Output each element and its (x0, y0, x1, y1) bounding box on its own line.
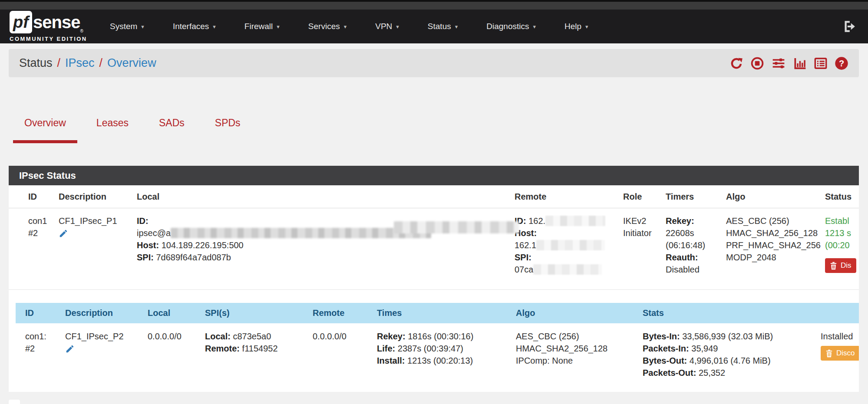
packets-out-label: Packets-Out: (643, 368, 696, 378)
caret-down-icon: ▾ (277, 23, 280, 30)
nav-label: Diagnostics (486, 22, 529, 31)
rekey-label: Rekey: (377, 332, 406, 341)
nav-item-diagnostics[interactable]: Diagnostics ▾ (472, 22, 550, 31)
edit-pencil-icon[interactable] (65, 344, 75, 357)
top-navbar: pf sense ® COMMUNITY EDITION System ▾ In… (0, 0, 868, 43)
column-header-algo: Algo (516, 308, 643, 318)
nav-item-vpn[interactable]: VPN ▾ (361, 22, 413, 31)
redacted-text (171, 228, 431, 238)
sliders-icon[interactable] (771, 56, 786, 70)
sign-out-icon[interactable] (841, 19, 856, 34)
algo-cipher: AES_CBC (256) (726, 215, 818, 227)
breadcrumb-link-overview[interactable]: Overview (107, 56, 156, 70)
cell-id: con1 #2 (28, 215, 59, 280)
tab-spds[interactable]: SPDs (204, 99, 252, 143)
breadcrumb-link-ipsec[interactable]: IPsec (65, 56, 95, 70)
cell-algo: AES_CBC (256) HMAC_SHA2_256_128 PRF_HMAC… (726, 215, 825, 280)
tab-sads[interactable]: SADs (148, 99, 196, 143)
disconnect-label: Dis (841, 261, 851, 270)
cell-status: Installed Disco (821, 330, 859, 381)
local-spi-label: SPI: (137, 253, 154, 262)
logo-sense-text: sense (33, 14, 80, 30)
nav-item-firewall[interactable]: Firewall ▾ (230, 22, 294, 31)
edit-pencil-icon[interactable] (59, 229, 68, 241)
local-host-value: 104.189.226.195:500 (162, 240, 244, 250)
breadcrumb-separator: / (99, 56, 103, 70)
local-spi-value: 7d689f64a7ad087b (156, 253, 231, 262)
algo-prf: PRF_HMAC_SHA2_256 (726, 239, 818, 251)
column-header-timers: Timers (666, 192, 726, 202)
next-panel-edge (9, 400, 20, 404)
caret-down-icon: ▾ (141, 23, 144, 30)
nav-label: Firewall (244, 22, 273, 31)
breadcrumb-actions: ? (729, 56, 848, 70)
status-installed: Installed (821, 330, 859, 342)
role-value: Initiator (623, 227, 659, 239)
cell-times: Rekey: 1816s (00:30:16) Life: 2387s (00:… (377, 330, 516, 381)
bytes-out-label: Bytes-Out: (643, 356, 687, 365)
help-icon[interactable]: ? (835, 56, 848, 70)
spi-remote-label: Remote: (205, 344, 240, 353)
stop-icon[interactable] (750, 56, 764, 70)
install-label: Install: (377, 356, 405, 365)
column-header-local: Local (137, 192, 515, 202)
column-header-local: Local (148, 308, 205, 318)
cell-local: 0.0.0.0/0 (148, 330, 205, 381)
page-content: Status / IPsec / Overview (0, 43, 868, 404)
life-value: 2387s (00:39:47) (398, 344, 463, 353)
cell-status: Establ 1213 s (00:20 Dis (825, 215, 859, 280)
connection-id: con1: (25, 330, 58, 342)
column-header-remote: Remote (313, 308, 377, 318)
reauth-value: Disabled (666, 263, 719, 276)
column-header-spis: SPI(s) (205, 308, 313, 318)
redacted-text (394, 221, 519, 233)
nav-item-status[interactable]: Status ▾ (413, 22, 472, 31)
remote-spi-value: 07ca (515, 265, 533, 274)
column-header-id: ID (28, 192, 59, 202)
disconnect-button[interactable]: Dis (825, 258, 856, 273)
algo-ipcomp: IPComp: None (516, 355, 636, 367)
cell-algo: AES_CBC (256) HMAC_SHA2_256_128 IPComp: … (516, 330, 643, 381)
log-list-icon[interactable] (814, 56, 828, 70)
column-header-algo: Algo (726, 192, 825, 202)
nav-item-help[interactable]: Help ▾ (550, 22, 603, 31)
rekey-time: (06:16:48) (666, 239, 719, 251)
nav-item-services[interactable]: Services ▾ (294, 22, 361, 31)
life-label: Life: (377, 344, 395, 353)
bar-chart-icon[interactable] (793, 56, 807, 70)
rekey-value: 1816s (00:30:16) (408, 332, 473, 341)
tab-overview[interactable]: Overview (13, 99, 77, 143)
nav-label: Help (564, 22, 581, 31)
pfsense-logo[interactable]: pf sense ® COMMUNITY EDITION (10, 11, 87, 42)
description-text: CF1_IPsec_P1 (59, 215, 130, 227)
nav-label: Status (428, 22, 451, 31)
tab-leases[interactable]: Leases (85, 99, 140, 143)
bytes-in-value: 33,586,939 (32.03 MiB) (682, 332, 773, 341)
breadcrumb: Status / IPsec / Overview (9, 49, 859, 77)
algo-hash: HMAC_SHA2_256_128 (726, 227, 818, 239)
cell-description: CF1_IPsec_P2 (65, 330, 148, 381)
role-protocol: IKEv2 (623, 215, 659, 227)
status-uptime-seconds: 1213 s (825, 227, 859, 239)
cell-id: con1: #2 (25, 330, 65, 381)
nav-item-system[interactable]: System ▾ (96, 22, 158, 31)
rekey-label: Rekey: (666, 216, 694, 226)
packets-in-value: 35,949 (691, 344, 718, 353)
local-id-line: ipsec@a (137, 227, 508, 239)
nav-item-interfaces[interactable]: Interfaces ▾ (158, 22, 230, 31)
connection-id-number: #2 (28, 227, 52, 239)
spi-remote-value: f1154952 (242, 344, 278, 353)
refresh-icon[interactable] (729, 56, 743, 70)
packets-out-value: 25,352 (699, 368, 725, 378)
cell-remote: 0.0.0.0/0 (313, 330, 377, 381)
p2-header-row: ID Description Local SPI(s) Remote Times… (16, 303, 859, 323)
navbar-top-strip (0, 0, 868, 10)
remote-host-value: 162.1 (515, 240, 536, 250)
redacted-text (533, 264, 602, 275)
nav-label: Services (308, 22, 340, 31)
panel-title-text: IPsec Status (19, 170, 76, 181)
disconnect-label: Disco (836, 349, 855, 358)
cell-local: ID: ipsec@a Host: 104.189.226.195:500 SP… (137, 215, 515, 280)
disconnect-button[interactable]: Disco (821, 346, 859, 361)
algo-cipher: AES_CBC (256) (516, 330, 636, 342)
